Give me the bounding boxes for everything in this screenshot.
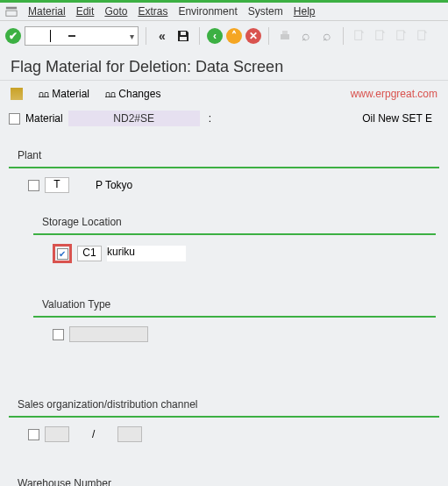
menu-help[interactable]: Help — [294, 5, 316, 18]
plant-checkbox[interactable] — [28, 180, 39, 191]
sales-checkbox[interactable] — [28, 429, 39, 440]
svg-rect-2 — [181, 32, 186, 35]
plant-row: T P Tokyo — [28, 177, 436, 193]
storage-location-code-input[interactable]: C1 — [77, 246, 102, 261]
storage-location-row: C1 kuriku — [53, 244, 432, 263]
warehouse-group: Warehouse Number Storage Type — [9, 468, 439, 486]
sales-row: / — [28, 426, 436, 442]
material-link[interactable]: ⩍⩍ Material — [39, 88, 89, 100]
svg-rect-3 — [180, 37, 187, 40]
cancel-circle-icon[interactable]: ✕ — [245, 28, 261, 44]
svg-rect-7 — [376, 31, 383, 40]
sales-org-input[interactable] — [45, 426, 69, 442]
warehouse-title: Warehouse Number — [14, 477, 115, 486]
svg-rect-8 — [397, 31, 404, 40]
content: Material ND2#SE : Oil New SET E Plant T … — [0, 107, 448, 486]
menu-environment[interactable]: Environment — [178, 5, 237, 18]
svg-rect-1 — [6, 11, 17, 16]
back-button[interactable]: « — [153, 27, 171, 45]
page-first-icon — [351, 27, 368, 45]
sales-title: Sales organization/distribution channel — [14, 398, 201, 411]
find-icon: ⌕ — [297, 27, 315, 45]
valuation-type-row — [53, 326, 432, 342]
svg-rect-4 — [281, 34, 289, 39]
sub-toolbar: ⩍⩍ Material ⩍⩍ Changes www.erpgreat.com — [0, 81, 448, 107]
svg-rect-9 — [418, 31, 425, 40]
exit-circle-icon[interactable]: ˄ — [226, 28, 242, 44]
valuation-type-title: Valuation Type — [39, 298, 114, 311]
highlight-box — [53, 244, 72, 263]
page-down-icon — [393, 27, 410, 45]
valuation-type-group: Valuation Type — [33, 289, 436, 354]
storage-location-title: Storage Location — [39, 216, 125, 228]
page-last-icon — [414, 27, 431, 45]
storage-location-checkbox[interactable] — [57, 248, 68, 260]
material-description: Oil New SET E — [362, 112, 439, 125]
window-menu-icon[interactable] — [5, 5, 18, 18]
menu-material[interactable]: Material — [28, 5, 66, 18]
watermark: www.erpgreat.com — [351, 88, 437, 100]
separator — [146, 27, 146, 45]
valuation-type-input[interactable] — [69, 326, 148, 342]
colon: : — [209, 112, 211, 125]
page-title: Flag Material for Deletion: Data Screen — [0, 51, 448, 81]
storage-location-group: Storage Location C1 kuriku — [33, 207, 436, 275]
menu-system[interactable]: System — [248, 5, 283, 18]
find-next-icon: ⌕ — [318, 27, 336, 45]
changes-link[interactable]: ⩍⩍ Changes — [105, 88, 160, 100]
material-value[interactable]: ND2#SE — [68, 111, 200, 126]
menu-edit[interactable]: Edit — [76, 5, 95, 18]
material-detail-icon[interactable] — [11, 88, 23, 100]
plant-group: Plant T P Tokyo Storage Location C1 kur — [9, 140, 439, 375]
text-cursor-icon — [68, 35, 75, 37]
svg-rect-6 — [355, 31, 362, 40]
material-label: Material — [25, 112, 63, 125]
plant-name: P Tokyo — [96, 179, 132, 191]
valuation-type-checkbox[interactable] — [53, 329, 64, 340]
command-field[interactable]: ▾ — [25, 26, 139, 46]
print-icon — [276, 27, 294, 45]
save-icon[interactable] — [174, 27, 192, 45]
dist-channel-input[interactable] — [117, 426, 142, 442]
slash: / — [92, 428, 95, 440]
menu-extras[interactable]: Extras — [138, 5, 167, 18]
plant-code-input[interactable]: T — [45, 177, 69, 193]
toolbar: ✔ ▾ « ‹ ˄ ✕ ⌕ ⌕ — [0, 21, 448, 51]
separator — [199, 27, 200, 45]
svg-rect-5 — [282, 31, 288, 34]
menubar: Material Edit Goto Extras Environment Sy… — [0, 3, 448, 21]
material-checkbox[interactable] — [9, 113, 20, 125]
svg-rect-0 — [6, 7, 17, 10]
separator — [268, 27, 269, 45]
separator — [343, 27, 344, 45]
sales-group: Sales organization/distribution channel … — [9, 390, 439, 454]
page-up-icon — [372, 27, 389, 45]
cursor-icon — [50, 30, 51, 42]
back-circle-icon[interactable]: ‹ — [207, 28, 223, 44]
plant-title: Plant — [14, 149, 45, 161]
enter-icon[interactable]: ✔ — [5, 28, 21, 44]
menu-goto[interactable]: Goto — [104, 5, 127, 18]
dropdown-icon[interactable]: ▾ — [130, 32, 134, 41]
material-row: Material ND2#SE : Oil New SET E — [9, 111, 439, 126]
storage-location-name: kuriku — [107, 246, 186, 261]
